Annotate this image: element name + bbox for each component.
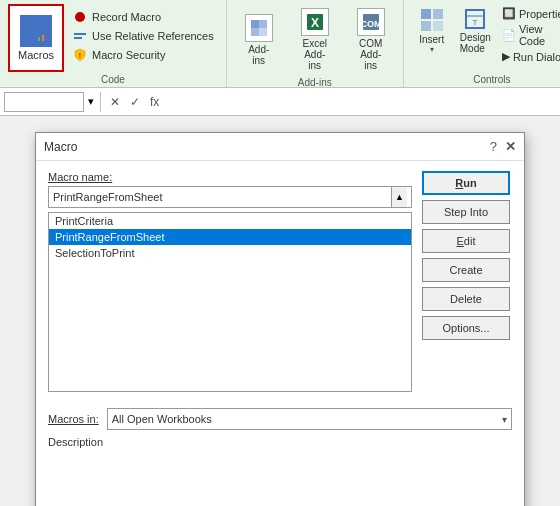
svg-text:COM: COM — [361, 19, 381, 29]
macro-dialog: Macro ? ✕ Macro name: PrintRangeFromShee… — [35, 132, 525, 506]
security-icon: ! — [72, 48, 88, 62]
edit-button[interactable]: Edit — [422, 229, 510, 253]
properties-button[interactable]: 🔲 Properties — [499, 6, 560, 21]
dialog-body: Macro name: PrintRangeFromSheet ▲ PrintC… — [36, 161, 524, 402]
view-code-button[interactable]: 📄 View Code — [499, 22, 560, 48]
excel-icon: X — [301, 8, 329, 36]
name-box[interactable] — [4, 92, 84, 112]
macro-list-item[interactable]: PrintCriteria — [49, 213, 411, 229]
dialog-title: Macro — [44, 140, 77, 154]
dialog-left-panel: Macro name: PrintRangeFromSheet ▲ PrintC… — [48, 171, 412, 392]
com-add-ins-button[interactable]: COM COMAdd-ins — [347, 4, 395, 75]
svg-text:!: ! — [79, 52, 81, 59]
macro-list-item[interactable]: PrintRangeFromSheet — [49, 229, 411, 245]
svg-point-5 — [75, 12, 85, 22]
macros-in-label: Macros in: — [48, 413, 99, 425]
macros-in-row: Macros in: All Open Workbooks ▾ — [48, 408, 512, 430]
macro-list[interactable]: PrintCriteriaPrintRangeFromSheetSelectio… — [48, 212, 412, 392]
ribbon: Macros Record Macro — [0, 0, 560, 88]
formula-confirm-button[interactable]: ✓ — [127, 95, 143, 109]
relative-icon — [72, 29, 88, 43]
create-button[interactable]: Create — [422, 258, 510, 282]
macro-security-button[interactable]: ! Macro Security — [68, 46, 218, 64]
dialog-footer: Cancel — [36, 502, 524, 506]
design-mode-button[interactable]: T DesignMode — [458, 4, 493, 56]
formula-cancel-button[interactable]: ✕ — [107, 95, 123, 109]
macro-name-value: PrintRangeFromSheet — [53, 191, 391, 203]
name-box-dropdown[interactable]: ▾ — [88, 95, 94, 108]
svg-rect-20 — [433, 21, 443, 31]
svg-rect-17 — [421, 9, 431, 19]
svg-rect-19 — [421, 21, 431, 31]
run-button[interactable]: Run — [422, 171, 510, 195]
svg-rect-3 — [38, 37, 40, 41]
svg-rect-18 — [433, 9, 443, 19]
ribbon-small-buttons: Record Macro Use Relative References — [68, 4, 218, 64]
svg-rect-9 — [251, 20, 259, 28]
svg-rect-0 — [26, 23, 46, 27]
properties-icon: 🔲 — [502, 7, 516, 20]
design-icon: T — [462, 6, 488, 32]
macro-name-label: Macro name: — [48, 171, 412, 183]
svg-text:T: T — [473, 18, 478, 27]
insert-button[interactable]: Insert ▾ — [412, 4, 452, 56]
dialog-right-panel: Run Step Into Edit Create Delete Options… — [422, 171, 512, 392]
ribbon-group-addins: Add-ins X ExcelAdd-ins COM — [227, 0, 404, 87]
svg-text:X: X — [311, 16, 319, 30]
delete-button[interactable]: Delete — [422, 287, 510, 311]
step-into-button[interactable]: Step Into — [422, 200, 510, 224]
macro-name-input[interactable]: PrintRangeFromSheet ▲ — [48, 186, 412, 208]
macro-name-up-button[interactable]: ▲ — [391, 187, 407, 207]
record-icon — [72, 10, 88, 24]
add-ins-button[interactable]: Add-ins — [235, 10, 283, 70]
svg-rect-1 — [26, 29, 46, 31]
formula-separator — [100, 92, 101, 112]
com-icon: COM — [357, 8, 385, 36]
svg-rect-7 — [74, 37, 82, 39]
dialog-close-button[interactable]: ✕ — [505, 139, 516, 154]
macros-in-select[interactable]: All Open Workbooks ▾ — [107, 408, 512, 430]
description-area[interactable] — [48, 452, 512, 492]
macros-icon — [20, 15, 52, 47]
svg-rect-10 — [259, 20, 267, 28]
controls-small-group: 🔲 Properties 📄 View Code ▶ Run Dialog — [499, 4, 560, 64]
dialog-help-button[interactable]: ? — [490, 139, 497, 154]
options-button[interactable]: Options... — [422, 316, 510, 340]
svg-rect-12 — [259, 28, 267, 36]
run-dialog-button[interactable]: ▶ Run Dialog — [499, 49, 560, 64]
macros-in-dropdown-icon: ▾ — [502, 414, 507, 425]
record-macro-button[interactable]: Record Macro — [68, 8, 218, 26]
macros-in-value: All Open Workbooks — [112, 413, 212, 425]
run-dialog-icon: ▶ — [502, 50, 510, 63]
svg-rect-2 — [26, 33, 40, 35]
main-area: Macro ? ✕ Macro name: PrintRangeFromShee… — [0, 116, 560, 506]
dialog-controls: ? ✕ — [490, 139, 516, 154]
relative-references-button[interactable]: Use Relative References — [68, 27, 218, 45]
macros-button[interactable]: Macros — [8, 4, 64, 72]
dialog-titlebar: Macro ? ✕ — [36, 133, 524, 161]
run-label: un — [463, 177, 476, 189]
description-label: Description — [48, 436, 512, 448]
formula-fx-button[interactable]: fx — [147, 95, 162, 109]
formula-bar: ▾ ✕ ✓ fx — [0, 88, 560, 116]
ribbon-group-controls: Insert ▾ T DesignMode 🔲 Properties — [404, 0, 560, 87]
insert-icon — [418, 6, 446, 34]
ribbon-group-code: Macros Record Macro — [0, 0, 227, 87]
view-code-icon: 📄 — [502, 29, 516, 42]
svg-rect-4 — [42, 35, 44, 41]
svg-rect-6 — [74, 33, 86, 35]
excel-add-ins-button[interactable]: X ExcelAdd-ins — [291, 4, 339, 75]
svg-rect-11 — [251, 28, 259, 36]
macro-list-item[interactable]: SelectionToPrint — [49, 245, 411, 261]
add-ins-icon — [245, 14, 273, 42]
dialog-bottom: Macros in: All Open Workbooks ▾ Descript… — [36, 402, 524, 502]
